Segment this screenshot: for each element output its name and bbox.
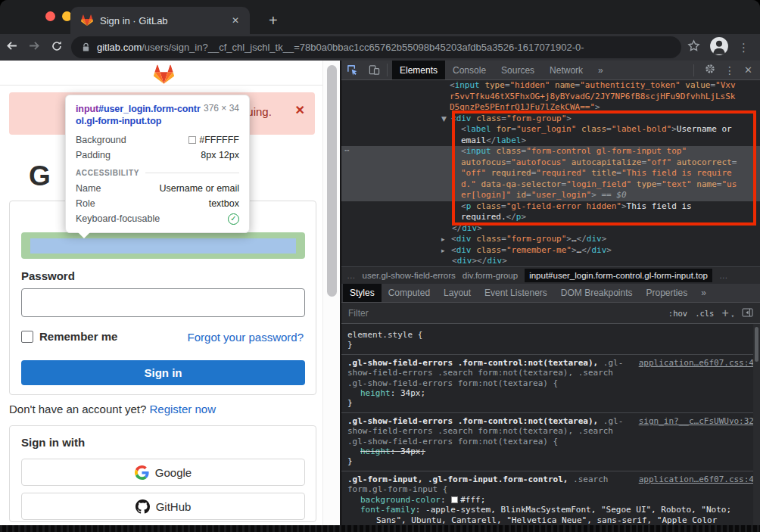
inspect-element-button[interactable] — [341, 61, 363, 79]
css-selector-line[interactable]: show-field-errors .search form:not(texta… — [347, 368, 754, 378]
remember-me-checkbox[interactable] — [21, 331, 33, 343]
css-rule-close: } — [347, 398, 754, 408]
new-rule-dropdown-caret[interactable]: ▾ — [731, 313, 734, 319]
css-source-link[interactable]: application…e6f07.css:4 — [639, 474, 754, 484]
new-style-rule-button[interactable]: + — [721, 306, 728, 320]
register-now-link[interactable]: Register now — [150, 403, 216, 415]
style-filter-input[interactable] — [348, 308, 668, 319]
css-property[interactable]: height: 34px; — [347, 388, 754, 398]
url-domain: gitlab.com — [97, 42, 142, 53]
tooltip-keyboard-focusable-row: Keyboard-focusable✓ — [76, 211, 239, 226]
breadcrumb-item[interactable]: user.gl-show-field-errors — [363, 271, 456, 280]
devtools-tab-network[interactable]: Network — [542, 61, 590, 79]
css-source-link[interactable]: application…e6f07.css:4 — [639, 358, 754, 368]
google-signin-button[interactable]: Google — [21, 459, 305, 486]
css-selector-line[interactable]: application…e6f07.css:4.gl-show-field-er… — [347, 358, 754, 368]
css-selector-line[interactable]: sign_in?__c…cFsUWUyo:32.gl-show-field-er… — [347, 416, 754, 426]
breadcrumb-item[interactable]: div.form-group — [463, 271, 518, 280]
color-swatch[interactable] — [451, 496, 458, 503]
css-rule[interactable]: application…e6f07.css:4.gl-form-input, .… — [341, 471, 760, 525]
toggle-hover-state-button[interactable]: :hov — [668, 309, 687, 318]
tooltip-name-row: NameUsername or email — [76, 181, 239, 196]
devtools-tab-[interactable]: » — [590, 61, 611, 79]
css-selector-line[interactable]: .gl-show-field-errors form:not(textarea)… — [347, 437, 754, 446]
lock-icon — [82, 42, 90, 52]
elements-tree-line[interactable]: <input type="hidden" name="authenticity_… — [341, 80, 760, 92]
css-source-link[interactable]: sign_in?__c…cFsUWUyo:32 — [639, 416, 754, 426]
profile-avatar[interactable] — [709, 36, 729, 59]
devtools-menu-button[interactable]: ⋮ — [724, 64, 735, 76]
annotation-red-box — [452, 110, 756, 226]
page-heading-partial: G — [29, 160, 51, 192]
forgot-password-link[interactable]: Forgot your password? — [188, 331, 304, 344]
css-property[interactable]: font-family: -apple-system, BlinkMacSyst… — [347, 505, 754, 515]
register-text: Don't have an account yet? — [9, 403, 146, 415]
green-check-icon: ✓ — [228, 213, 239, 225]
browser-navbar: gitlab.com/users/sign_in?__cf_chl_jschl_… — [0, 34, 760, 61]
styles-tab-styles[interactable]: Styles — [343, 284, 382, 302]
username-input[interactable] — [21, 232, 305, 259]
elements-tree-line[interactable]: r5vvTfku46tX5FhxOG+j8yBYvadG/2JY7NP6fB8s… — [341, 92, 760, 103]
browser-titlebar: Sign in · GitLab ✕ + — [0, 0, 760, 34]
element-style-rule[interactable]: element.style { } — [341, 327, 760, 354]
elements-tree-line[interactable]: <div></div> — [341, 256, 760, 266]
devtools-tab-sources[interactable]: Sources — [494, 61, 542, 79]
styles-scrollbar[interactable] — [753, 324, 760, 525]
remember-me-label: Remember me — [39, 330, 117, 343]
elements-tree-line[interactable]: ▸<div class="form-group">…</div> — [341, 234, 760, 245]
breadcrumb-item[interactable]: … — [347, 271, 356, 280]
page-scrollbar-thumb[interactable] — [327, 65, 337, 297]
devtools-tab-elements[interactable]: Elements — [392, 61, 445, 79]
sign-in-button[interactable]: Sign in — [21, 360, 305, 385]
styles-tab-dombreakpoints[interactable]: DOM Breakpoints — [554, 284, 640, 302]
tab-close-button[interactable]: ✕ — [229, 14, 242, 27]
dom-breadcrumb-bar: …user.gl-show-field-errorsdiv.form-group… — [341, 266, 760, 284]
css-selector-line[interactable]: application…e6f07.css:4.gl-form-input, .… — [347, 474, 754, 484]
github-signin-button[interactable]: GitHub — [21, 493, 305, 520]
back-button[interactable] — [0, 39, 23, 55]
css-selector-line[interactable]: form.gl-form-input { — [347, 484, 754, 494]
breadcrumb-item[interactable]: … — [719, 271, 728, 280]
toggle-class-button[interactable]: .cls — [695, 309, 714, 318]
css-selector-line[interactable]: show-field-errors .search form:not(texta… — [347, 426, 754, 436]
macos-close-button[interactable] — [45, 11, 55, 21]
styles-tab-eventlisteners[interactable]: Event Listeners — [478, 284, 554, 302]
register-line: Don't have an account yet? Register now — [9, 403, 216, 415]
browser-window: Sign in · GitLab ✕ + gitlab.com/users/si… — [0, 0, 760, 532]
devtools-close-button[interactable]: ✕ — [744, 64, 752, 76]
reload-button[interactable] — [45, 40, 68, 55]
github-icon — [135, 499, 150, 514]
css-property[interactable]: height: 34px; — [347, 446, 754, 456]
styles-tab-layout[interactable]: Layout — [437, 284, 478, 302]
computed-sidebar-toggle-button[interactable] — [742, 308, 753, 319]
css-rule[interactable]: sign_in?__c…cFsUWUyo:32.gl-show-field-er… — [341, 412, 760, 471]
css-rule[interactable]: application…e6f07.css:4.gl-show-field-er… — [341, 354, 760, 412]
gitlab-logo — [154, 64, 174, 88]
browser-menu-button[interactable]: ⋮ — [738, 41, 749, 54]
styles-tab-properties[interactable]: Properties — [640, 284, 695, 302]
styles-scrollbar-thumb[interactable] — [755, 327, 758, 362]
css-selector-line[interactable]: .gl-show-field-errors form:not(textarea)… — [347, 378, 754, 388]
styles-pane: element.style { } application…e6f07.css:… — [341, 324, 760, 525]
google-icon — [135, 465, 149, 480]
css-property-wrap: Sans", Ubuntu, Cantarell, "Helvetica Neu… — [347, 515, 754, 525]
styles-tab-[interactable]: » — [694, 284, 713, 302]
browser-tab[interactable]: Sign in · GitLab ✕ — [70, 7, 250, 34]
css-property[interactable]: background-color: #fff; — [347, 495, 754, 505]
forward-button[interactable] — [23, 39, 45, 55]
elements-tree-line[interactable]: ▸<div class="remember-me">…</div> — [341, 245, 760, 257]
devtools-tab-console[interactable]: Console — [445, 61, 494, 79]
styles-tab-computed[interactable]: Computed — [382, 284, 437, 302]
breadcrumb-item[interactable]: input#user_login.form-control.gl-form-in… — [525, 269, 712, 282]
styles-sidebar-tabs: StylesComputedLayoutEvent ListenersDOM B… — [341, 284, 760, 303]
address-bar[interactable]: gitlab.com/users/sign_in?__cf_chl_jschl_… — [71, 36, 681, 58]
page-scrollbar[interactable] — [322, 61, 340, 525]
devtools-settings-button[interactable] — [705, 64, 715, 77]
new-tab-button[interactable]: + — [263, 11, 284, 31]
alert-close-button[interactable]: ✕ — [295, 103, 305, 117]
password-input[interactable] — [21, 288, 305, 317]
window-bottom-strip — [0, 525, 760, 532]
bookmark-star-button[interactable] — [687, 39, 700, 55]
elements-tree: ⋯ <input type="hidden" name="authenticit… — [341, 80, 760, 266]
device-toolbar-button[interactable] — [363, 61, 385, 79]
